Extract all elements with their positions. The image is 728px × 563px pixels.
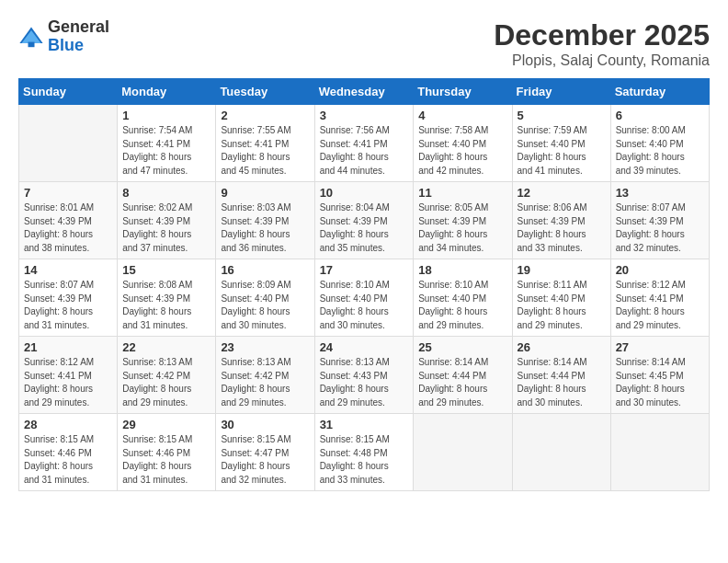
day-number: 25	[418, 340, 506, 354]
day-number: 13	[616, 186, 704, 200]
day-number: 12	[518, 186, 606, 200]
calendar-cell: 8Sunrise: 8:02 AM Sunset: 4:39 PM Daylig…	[118, 182, 216, 259]
day-info: Sunrise: 8:12 AM Sunset: 4:41 PM Dayligh…	[616, 279, 704, 332]
day-info: Sunrise: 8:05 AM Sunset: 4:39 PM Dayligh…	[418, 201, 506, 255]
day-number: 5	[518, 109, 606, 122]
calendar-table: SundayMondayTuesdayWednesdayThursdayFrid…	[18, 78, 710, 491]
svg-rect-3	[28, 41, 35, 47]
day-number: 28	[24, 418, 112, 431]
weekday-header-thursday: Thursday	[414, 79, 512, 105]
location-title: Plopis, Salaj County, Romania	[494, 52, 710, 69]
day-number: 18	[418, 263, 506, 277]
day-number: 14	[24, 263, 112, 277]
day-info: Sunrise: 8:06 AM Sunset: 4:39 PM Dayligh…	[518, 201, 606, 255]
day-number: 2	[221, 109, 309, 122]
day-info: Sunrise: 8:14 AM Sunset: 4:44 PM Dayligh…	[518, 356, 606, 409]
calendar-cell: 17Sunrise: 8:10 AM Sunset: 4:40 PM Dayli…	[314, 259, 414, 337]
day-number: 10	[320, 186, 409, 200]
day-number: 8	[122, 186, 210, 200]
weekday-header-monday: Monday	[118, 79, 216, 105]
day-number: 3	[320, 109, 409, 122]
calendar-cell: 3Sunrise: 7:56 AM Sunset: 4:41 PM Daylig…	[314, 105, 414, 182]
weekday-header-tuesday: Tuesday	[216, 79, 314, 105]
day-info: Sunrise: 8:07 AM Sunset: 4:39 PM Dayligh…	[24, 279, 112, 332]
day-number: 31	[320, 418, 409, 431]
day-info: Sunrise: 8:11 AM Sunset: 4:40 PM Dayligh…	[518, 279, 606, 332]
day-info: Sunrise: 8:09 AM Sunset: 4:40 PM Dayligh…	[221, 279, 309, 332]
title-area: December 2025 Plopis, Salaj County, Roma…	[494, 18, 710, 69]
calendar-header: SundayMondayTuesdayWednesdayThursdayFrid…	[19, 79, 710, 105]
calendar-cell: 1Sunrise: 7:54 AM Sunset: 4:41 PM Daylig…	[118, 105, 216, 182]
day-info: Sunrise: 8:10 AM Sunset: 4:40 PM Dayligh…	[320, 279, 409, 332]
weekday-header-wednesday: Wednesday	[314, 79, 414, 105]
day-info: Sunrise: 8:02 AM Sunset: 4:39 PM Dayligh…	[122, 201, 210, 255]
day-number: 15	[122, 263, 210, 277]
calendar-cell: 12Sunrise: 8:06 AM Sunset: 4:39 PM Dayli…	[512, 182, 610, 259]
day-number: 16	[221, 263, 309, 277]
day-info: Sunrise: 8:00 AM Sunset: 4:40 PM Dayligh…	[616, 124, 704, 178]
calendar-cell	[414, 414, 512, 491]
day-info: Sunrise: 8:08 AM Sunset: 4:39 PM Dayligh…	[122, 279, 210, 332]
weekday-header-saturday: Saturday	[610, 79, 709, 105]
calendar-cell: 11Sunrise: 8:05 AM Sunset: 4:39 PM Dayli…	[414, 182, 512, 259]
day-info: Sunrise: 8:12 AM Sunset: 4:41 PM Dayligh…	[24, 356, 112, 409]
day-info: Sunrise: 8:15 AM Sunset: 4:47 PM Dayligh…	[221, 433, 309, 487]
day-info: Sunrise: 8:15 AM Sunset: 4:46 PM Dayligh…	[24, 433, 112, 487]
calendar-cell: 24Sunrise: 8:13 AM Sunset: 4:43 PM Dayli…	[314, 337, 414, 414]
weekday-header-sunday: Sunday	[19, 79, 118, 105]
calendar-week-row: 28Sunrise: 8:15 AM Sunset: 4:46 PM Dayli…	[19, 414, 710, 491]
day-info: Sunrise: 8:10 AM Sunset: 4:40 PM Dayligh…	[418, 279, 506, 332]
logo-icon	[18, 24, 44, 50]
calendar-cell	[19, 105, 118, 182]
calendar-week-row: 14Sunrise: 8:07 AM Sunset: 4:39 PM Dayli…	[19, 259, 710, 337]
calendar-week-row: 7Sunrise: 8:01 AM Sunset: 4:39 PM Daylig…	[19, 182, 710, 259]
calendar-cell: 14Sunrise: 8:07 AM Sunset: 4:39 PM Dayli…	[19, 259, 118, 337]
day-info: Sunrise: 8:14 AM Sunset: 4:45 PM Dayligh…	[616, 356, 704, 409]
calendar-cell: 18Sunrise: 8:10 AM Sunset: 4:40 PM Dayli…	[414, 259, 512, 337]
day-number: 7	[24, 186, 112, 200]
calendar-cell: 23Sunrise: 8:13 AM Sunset: 4:42 PM Dayli…	[216, 337, 314, 414]
day-number: 17	[320, 263, 409, 277]
calendar-body: 1Sunrise: 7:54 AM Sunset: 4:41 PM Daylig…	[19, 105, 710, 491]
day-info: Sunrise: 8:03 AM Sunset: 4:39 PM Dayligh…	[221, 201, 309, 255]
calendar-cell: 28Sunrise: 8:15 AM Sunset: 4:46 PM Dayli…	[19, 414, 118, 491]
day-number: 21	[24, 340, 112, 354]
day-number: 6	[616, 109, 704, 122]
day-number: 23	[221, 340, 309, 354]
day-number: 4	[418, 109, 506, 122]
calendar-cell: 19Sunrise: 8:11 AM Sunset: 4:40 PM Dayli…	[512, 259, 610, 337]
logo-general-text: General	[48, 18, 109, 37]
calendar-cell: 15Sunrise: 8:08 AM Sunset: 4:39 PM Dayli…	[118, 259, 216, 337]
calendar-cell: 27Sunrise: 8:14 AM Sunset: 4:45 PM Dayli…	[610, 337, 709, 414]
day-info: Sunrise: 8:15 AM Sunset: 4:48 PM Dayligh…	[320, 433, 409, 487]
calendar-cell: 10Sunrise: 8:04 AM Sunset: 4:39 PM Dayli…	[314, 182, 414, 259]
calendar-week-row: 21Sunrise: 8:12 AM Sunset: 4:41 PM Dayli…	[19, 337, 710, 414]
day-info: Sunrise: 7:55 AM Sunset: 4:41 PM Dayligh…	[221, 124, 309, 178]
day-number: 20	[616, 263, 704, 277]
day-number: 19	[518, 263, 606, 277]
calendar-cell: 30Sunrise: 8:15 AM Sunset: 4:47 PM Dayli…	[216, 414, 314, 491]
calendar-cell: 16Sunrise: 8:09 AM Sunset: 4:40 PM Dayli…	[216, 259, 314, 337]
weekday-header-row: SundayMondayTuesdayWednesdayThursdayFrid…	[19, 79, 710, 105]
calendar-cell: 20Sunrise: 8:12 AM Sunset: 4:41 PM Dayli…	[610, 259, 709, 337]
calendar-cell: 25Sunrise: 8:14 AM Sunset: 4:44 PM Dayli…	[414, 337, 512, 414]
logo: General Blue	[18, 18, 109, 55]
day-info: Sunrise: 8:13 AM Sunset: 4:43 PM Dayligh…	[320, 356, 409, 409]
day-info: Sunrise: 8:07 AM Sunset: 4:39 PM Dayligh…	[616, 201, 704, 255]
day-number: 1	[122, 109, 210, 122]
calendar-cell: 31Sunrise: 8:15 AM Sunset: 4:48 PM Dayli…	[314, 414, 414, 491]
calendar-week-row: 1Sunrise: 7:54 AM Sunset: 4:41 PM Daylig…	[19, 105, 710, 182]
calendar-cell: 6Sunrise: 8:00 AM Sunset: 4:40 PM Daylig…	[610, 105, 709, 182]
logo-blue-text: Blue	[48, 37, 109, 55]
day-number: 27	[616, 340, 704, 354]
weekday-header-friday: Friday	[512, 79, 610, 105]
calendar-cell	[512, 414, 610, 491]
calendar-cell: 5Sunrise: 7:59 AM Sunset: 4:40 PM Daylig…	[512, 105, 610, 182]
day-number: 24	[320, 340, 409, 354]
calendar-cell: 7Sunrise: 8:01 AM Sunset: 4:39 PM Daylig…	[19, 182, 118, 259]
day-info: Sunrise: 8:13 AM Sunset: 4:42 PM Dayligh…	[122, 356, 210, 409]
day-info: Sunrise: 8:15 AM Sunset: 4:46 PM Dayligh…	[122, 433, 210, 487]
day-number: 26	[518, 340, 606, 354]
calendar-cell: 4Sunrise: 7:58 AM Sunset: 4:40 PM Daylig…	[414, 105, 512, 182]
calendar-cell: 26Sunrise: 8:14 AM Sunset: 4:44 PM Dayli…	[512, 337, 610, 414]
